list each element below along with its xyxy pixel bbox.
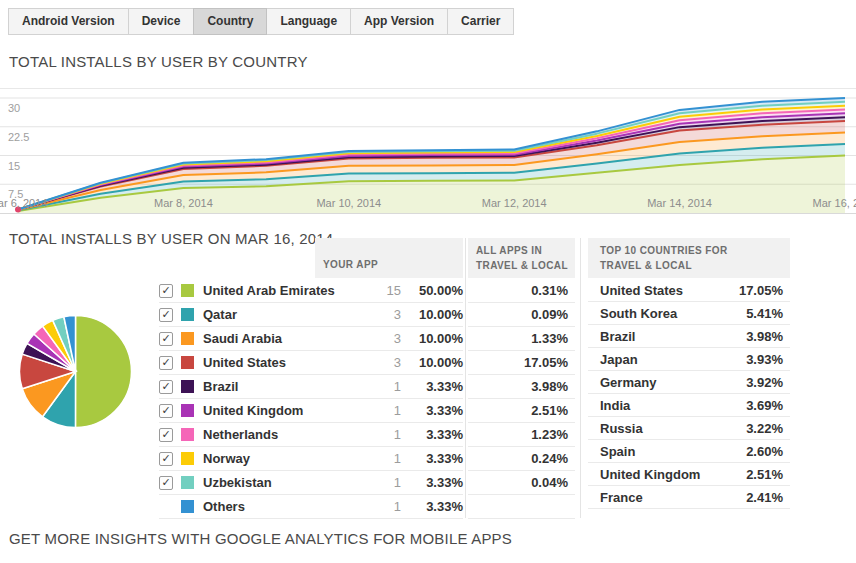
play-console-stats-page: Android Version Device Country Language … — [0, 0, 856, 563]
installs-area-chart: 7.51522.530Mar 6, 2014Mar 8, 2014Mar 10,… — [0, 88, 856, 214]
top10-country-percent: 3.69% — [746, 398, 783, 413]
all-apps-percent: 2.51% — [468, 399, 575, 423]
pie-slice-united-arab-emirates — [75, 316, 131, 428]
country-checkbox[interactable]: ✓ — [159, 428, 173, 442]
your-app-percent: 10.00% — [401, 355, 463, 370]
tab-carrier[interactable]: Carrier — [447, 8, 514, 35]
all-apps-percent: 0.31% — [468, 279, 575, 303]
country-color-swatch — [181, 428, 194, 441]
country-checkbox[interactable]: ✓ — [159, 332, 173, 346]
list-item: United States 17.05% — [588, 279, 790, 302]
table-row: Others 1 3.33% — [159, 495, 463, 519]
country-color-swatch — [181, 500, 194, 513]
installs-count: 1 — [345, 403, 401, 418]
all-apps-column-header: ALL APPS IN TRAVEL & LOCAL — [468, 238, 575, 278]
country-name: Norway — [203, 451, 345, 466]
country-color-swatch — [181, 380, 194, 393]
top10-country-percent: 3.92% — [746, 375, 783, 390]
country-color-swatch — [181, 308, 194, 321]
all-apps-percent: 0.09% — [468, 303, 575, 327]
country-color-swatch — [181, 332, 194, 345]
top10-country-name: India — [600, 398, 746, 413]
top10-country-percent: 2.51% — [746, 467, 783, 482]
tab-country[interactable]: Country — [193, 8, 267, 35]
your-app-percent: 3.33% — [401, 427, 463, 442]
your-app-percent: 10.00% — [401, 331, 463, 346]
table-row: ✓ United Arab Emirates 15 50.00% — [159, 279, 463, 303]
y-axis-tick-label: 22.5 — [8, 131, 29, 143]
country-checkbox[interactable]: ✓ — [159, 284, 173, 298]
country-name: United Arab Emirates — [203, 283, 345, 298]
country-installs-table: ✓ United Arab Emirates 15 50.00% ✓ Qatar… — [159, 279, 463, 519]
country-checkbox[interactable]: ✓ — [159, 476, 173, 490]
all-apps-percent: 1.33% — [468, 327, 575, 351]
tab-app-version[interactable]: App Version — [350, 8, 448, 35]
country-name: Brazil — [203, 379, 345, 394]
tab-android-version[interactable]: Android Version — [8, 8, 129, 35]
installs-pie-chart — [17, 313, 134, 430]
country-checkbox[interactable]: ✓ — [159, 452, 173, 466]
top10-country-percent: 2.60% — [746, 444, 783, 459]
table-row: ✓ Saudi Arabia 3 10.00% — [159, 327, 463, 351]
installs-count: 1 — [345, 379, 401, 394]
all-apps-percent — [468, 495, 575, 519]
installs-count: 1 — [345, 427, 401, 442]
x-axis-tick-label: Mar 12, 2014 — [482, 197, 547, 209]
your-app-percent: 3.33% — [401, 499, 463, 514]
top10-country-name: Brazil — [600, 329, 746, 344]
top10-panel-header: TOP 10 COUNTRIES FOR TRAVEL & LOCAL — [588, 238, 790, 278]
top10-header-line1: TOP 10 COUNTRIES FOR — [600, 243, 790, 258]
top10-country-percent: 3.22% — [746, 421, 783, 436]
country-color-swatch — [181, 284, 194, 297]
country-checkbox[interactable]: ✓ — [159, 308, 173, 322]
top10-country-name: Japan — [600, 352, 746, 367]
top10-country-name: Spain — [600, 444, 746, 459]
country-color-swatch — [181, 404, 194, 417]
tab-device[interactable]: Device — [128, 8, 195, 35]
all-apps-percent: 3.98% — [468, 375, 575, 399]
top10-country-name: United States — [600, 283, 739, 298]
country-checkbox[interactable]: ✓ — [159, 356, 173, 370]
country-color-swatch — [181, 476, 194, 489]
country-name: United States — [203, 355, 345, 370]
table-row: ✓ Norway 1 3.33% — [159, 447, 463, 471]
tab-language[interactable]: Language — [266, 8, 351, 35]
list-item: Japan 3.93% — [588, 348, 790, 371]
your-app-header-label: YOUR APP — [323, 257, 378, 272]
your-app-percent: 3.33% — [401, 379, 463, 394]
list-item: United Kingdom 2.51% — [588, 463, 790, 486]
analytics-promo-heading: GET MORE INSIGHTS WITH GOOGLE ANALYTICS … — [9, 530, 512, 547]
list-item: South Korea 5.41% — [588, 302, 790, 325]
column-separator — [465, 238, 466, 518]
your-app-percent: 3.33% — [401, 475, 463, 490]
x-axis-tick-label: Mar 14, 2014 — [647, 197, 712, 209]
top10-country-percent: 3.98% — [746, 329, 783, 344]
your-app-percent: 3.33% — [401, 403, 463, 418]
x-axis-tick-label: Mar 6, 2014 — [0, 197, 47, 209]
top10-country-name: Germany — [600, 375, 746, 390]
list-item: France 2.41% — [588, 486, 790, 509]
y-axis-tick-label: 30 — [8, 102, 20, 114]
your-app-column-header: YOUR APP — [315, 238, 463, 278]
section-title-by-day: TOTAL INSTALLS BY USER ON MAR 16, 2014 — [9, 230, 333, 247]
country-checkbox[interactable]: ✓ — [159, 404, 173, 418]
top10-country-name: South Korea — [600, 306, 746, 321]
y-axis-tick-label: 15 — [8, 160, 20, 172]
top10-countries-list: United States 17.05% South Korea 5.41% B… — [588, 279, 790, 509]
top10-country-name: France — [600, 490, 746, 505]
installs-count: 1 — [345, 475, 401, 490]
top10-country-percent: 2.41% — [746, 490, 783, 505]
table-row: ✓ United Kingdom 1 3.33% — [159, 399, 463, 423]
table-row: ✓ Brazil 1 3.33% — [159, 375, 463, 399]
list-item: India 3.69% — [588, 394, 790, 417]
top10-country-percent: 17.05% — [739, 283, 783, 298]
top10-country-name: Russia — [600, 421, 746, 436]
all-apps-percent: 1.23% — [468, 423, 575, 447]
table-row: ✓ Uzbekistan 1 3.33% — [159, 471, 463, 495]
installs-count: 1 — [345, 451, 401, 466]
country-color-swatch — [181, 452, 194, 465]
section-title-by-country: TOTAL INSTALLS BY USER BY COUNTRY — [9, 53, 308, 70]
country-checkbox[interactable]: ✓ — [159, 380, 173, 394]
top10-country-percent: 5.41% — [746, 306, 783, 321]
x-axis-tick-label: Mar 8, 2014 — [154, 197, 213, 209]
